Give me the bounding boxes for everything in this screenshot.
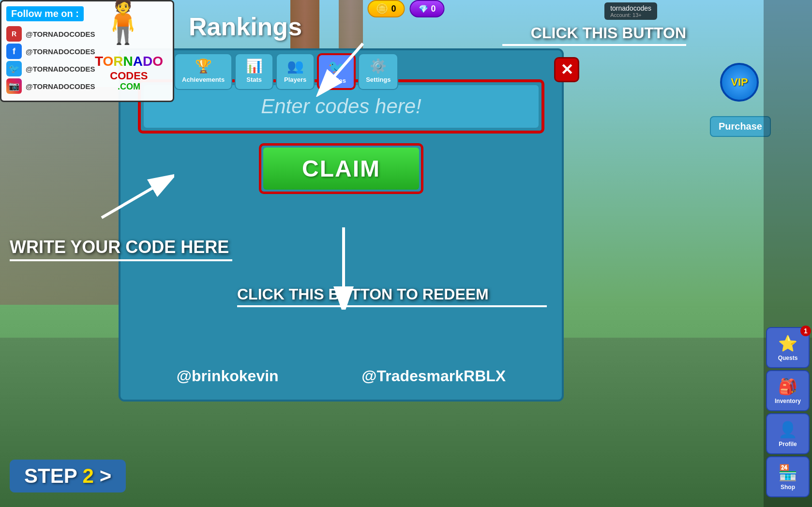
roblox-icon: R xyxy=(6,26,22,42)
currency-bar: 🪙 0 💎 0 xyxy=(367,0,444,17)
tab-bar: 🏆 Achievements 📊 Stats 👥 Players 🐦 Codes… xyxy=(174,53,398,90)
claim-button[interactable]: CLAIM xyxy=(263,148,419,190)
settings-icon: ⚙️ xyxy=(370,58,387,74)
social-row-roblox: R @TORNADOCODES xyxy=(6,26,100,42)
vip-button[interactable]: VIP xyxy=(720,63,759,102)
sidebar-shop-button[interactable]: 🏪 Shop xyxy=(766,456,810,497)
inventory-icon: 🎒 xyxy=(778,377,797,396)
codes-panel: CLAIM @brinkokevin @TradesmarkRBLX xyxy=(119,48,564,402)
profile-label: Profile xyxy=(779,441,797,447)
close-button[interactable]: ✕ xyxy=(554,57,579,82)
credit-2: @TradesmarkRBLX xyxy=(361,367,506,385)
achievements-label: Achievements xyxy=(182,76,225,83)
coin-icon: 🪙 xyxy=(376,3,388,15)
sidebar-quests-button[interactable]: 1 ⭐ Quests xyxy=(766,327,810,368)
rankings-title: Rankings xyxy=(189,12,302,41)
username-display: tornadocodes Account: 13+ xyxy=(604,2,657,20)
roblox-character: 🧍 xyxy=(96,0,150,43)
profile-icon: 👤 xyxy=(778,420,797,439)
redeem-underline xyxy=(237,305,547,307)
social-row-facebook: f @TORNADOCODES xyxy=(6,44,100,59)
code-input[interactable] xyxy=(144,85,539,128)
credit-1: @brinkokevin xyxy=(177,367,279,385)
quests-icon: ⭐ xyxy=(778,334,797,353)
credits-row: @brinkokevin @TradesmarkRBLX xyxy=(135,367,547,385)
write-underline xyxy=(10,259,232,261)
facebook-handle: @TORNADOCODES xyxy=(26,47,95,56)
stats-icon: 📊 xyxy=(246,58,263,74)
gem-count: 0 xyxy=(431,4,436,14)
tab-achievements[interactable]: 🏆 Achievements xyxy=(174,53,232,90)
codes-label-tab: Codes xyxy=(327,77,346,84)
roblox-handle: @TORNADOCODES xyxy=(26,30,95,38)
codes-icon: 🐦 xyxy=(328,59,345,75)
coin-count: 0 xyxy=(391,4,396,14)
instagram-handle: @TORNADOCODES xyxy=(26,82,95,90)
shop-icon: 🏪 xyxy=(778,463,797,482)
players-icon: 👥 xyxy=(287,58,304,74)
account-type: Account: 13+ xyxy=(610,12,651,18)
achievements-icon: 🏆 xyxy=(195,58,212,74)
sidebar-inventory-button[interactable]: 🎒 Inventory xyxy=(766,370,810,411)
codes-label: CODES xyxy=(110,70,148,82)
quests-badge: 1 xyxy=(800,326,811,336)
purchase-button[interactable]: Purchase xyxy=(710,116,771,137)
step2-badge: STEP 2 > xyxy=(10,460,126,492)
username: tornadocodes xyxy=(610,4,651,12)
tab-codes[interactable]: 🐦 Codes xyxy=(317,53,356,90)
right-sidebar: 1 ⭐ Quests 🎒 Inventory 👤 Profile 🏪 Shop xyxy=(764,0,812,507)
social-row-twitter: 🐦 @TORNADOCODES xyxy=(6,61,100,76)
click-underline xyxy=(502,44,686,46)
codes-com-label: .COM xyxy=(95,82,163,92)
sidebar-profile-button[interactable]: 👤 Profile xyxy=(766,413,810,454)
tab-stats[interactable]: 📊 Stats xyxy=(235,53,273,90)
tornado-logo: TORNADO CODES .COM xyxy=(95,55,163,92)
annotation-write-code: WRITE YOUR CODE HERE xyxy=(10,237,232,261)
inventory-label: Inventory xyxy=(775,398,801,404)
social-header: Follow me on : xyxy=(6,6,84,21)
players-label: Players xyxy=(284,76,306,83)
stats-label: Stats xyxy=(246,76,262,83)
social-row-instagram: 📷 @TORNADOCODES xyxy=(6,78,100,94)
step2-text: STEP 2 > xyxy=(24,464,111,488)
twitter-icon: 🐦 xyxy=(6,61,22,76)
shop-label: Shop xyxy=(781,484,795,491)
facebook-icon: f xyxy=(6,44,22,59)
instagram-icon: 📷 xyxy=(6,78,22,94)
tab-players[interactable]: 👥 Players xyxy=(276,53,315,90)
twitter-handle: @TORNADOCODES xyxy=(26,65,95,73)
quests-label: Quests xyxy=(778,355,798,361)
settings-label: Settings xyxy=(366,76,391,83)
coins-display: 🪙 0 xyxy=(367,0,405,17)
tab-settings[interactable]: ⚙️ Settings xyxy=(358,53,398,90)
gem-icon: 💎 xyxy=(419,4,428,14)
social-panel: Follow me on : R @TORNADOCODES f @TORNAD… xyxy=(0,0,174,102)
gems-display: 💎 0 xyxy=(410,0,445,17)
claim-button-wrapper: CLAIM xyxy=(259,143,423,194)
annotation-redeem: CLICK THIS BUTTON TO REDEEM xyxy=(237,285,547,307)
annotation-click-button: CLICK THIS BUTTON xyxy=(502,24,686,46)
